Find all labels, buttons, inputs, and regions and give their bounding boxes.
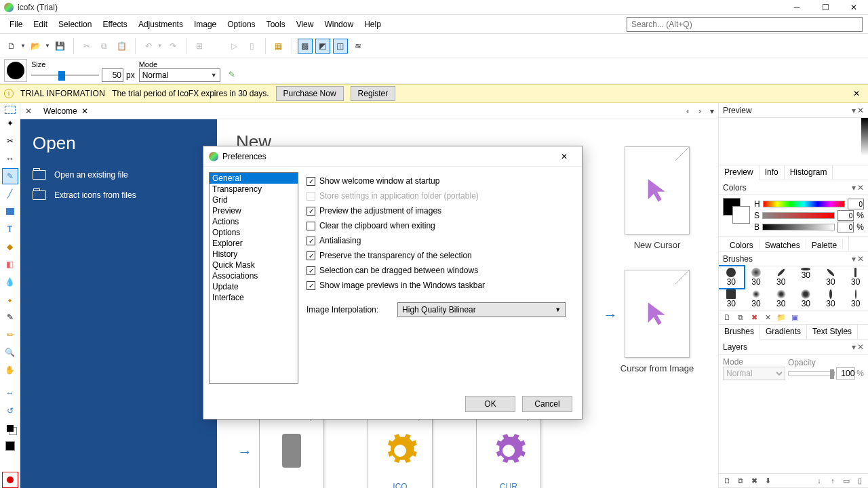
tool-record[interactable] <box>2 472 18 488</box>
tool-eraser[interactable]: ◧ <box>2 256 18 272</box>
colors-tab[interactable]: Colors <box>724 239 760 249</box>
tool-wand[interactable]: ✦ <box>2 115 18 131</box>
ok-button[interactable]: OK <box>465 396 515 412</box>
pref-cat-preview[interactable]: Preview <box>210 205 298 216</box>
pref-cat-history[interactable]: History <box>210 249 298 260</box>
layer-down-icon[interactable]: ↓ <box>814 475 825 486</box>
batch-button[interactable]: ▦ <box>271 39 286 54</box>
copy-button[interactable]: ⧉ <box>97 39 112 54</box>
new-cursor-card[interactable]: New Cursor <box>623 146 691 250</box>
tool-crop[interactable]: ✂ <box>2 133 18 149</box>
new-file-dropdown[interactable]: ▼ <box>20 43 26 49</box>
tool-sharpen[interactable]: ⬥ <box>2 291 18 308</box>
background-color[interactable] <box>732 206 750 224</box>
menu-selection[interactable]: Selection <box>53 17 97 32</box>
size-slider[interactable] <box>31 69 99 81</box>
tool-rectangle[interactable] <box>2 203 18 220</box>
brushes-tab[interactable]: Brushes <box>719 325 760 340</box>
layer-new-icon[interactable]: 🗋 <box>722 475 732 486</box>
interp-select[interactable]: High Quality Bilinear▼ <box>397 302 566 317</box>
preserve-transparency-checkbox[interactable]: ✓Preserve the transparency of the select… <box>307 248 575 263</box>
layer-dup-icon[interactable]: ⧉ <box>735 475 746 486</box>
layer-mode-select[interactable]: Normal <box>723 367 785 380</box>
menu-adjustments[interactable]: Adjustments <box>133 17 189 32</box>
brush-x-icon[interactable]: ✕ <box>762 312 773 323</box>
pref-cat-associations[interactable]: Associations <box>210 270 298 281</box>
cursor-type-button[interactable]: ▷ <box>227 39 242 54</box>
pref-cat-options[interactable]: Options <box>210 227 298 238</box>
tool-move[interactable]: ↔ <box>2 150 18 167</box>
tool-zoom[interactable]: 🔍 <box>2 344 18 361</box>
hue-input[interactable] <box>848 199 864 209</box>
pref-cat-grid[interactable]: Grid <box>210 195 298 205</box>
open-existing-link[interactable]: Open an existing file <box>33 165 205 185</box>
brush-preset[interactable]: 30 <box>768 288 793 310</box>
tool-line[interactable]: ╱ <box>2 186 18 202</box>
register-button[interactable]: Register <box>351 86 396 101</box>
tool-eyedropper[interactable]: ✎ <box>2 309 18 325</box>
bri-slider[interactable] <box>762 224 835 230</box>
tool-rotate[interactable]: ↺ <box>2 403 18 419</box>
close-button[interactable]: ✕ <box>840 0 868 15</box>
brush-preset[interactable]: 30 <box>818 266 844 288</box>
opacity-slider[interactable] <box>788 371 835 375</box>
menu-file[interactable]: File <box>4 17 28 32</box>
sat-input[interactable] <box>837 210 854 221</box>
cut-button[interactable]: ✂ <box>79 39 94 54</box>
tool-blur[interactable]: 💧 <box>2 274 18 290</box>
transparency-toggle[interactable]: ◩ <box>315 39 330 54</box>
apple-icon-button[interactable] <box>210 39 224 54</box>
open-file-dropdown[interactable]: ▼ <box>45 43 50 49</box>
histogram-tab[interactable]: Histogram <box>785 165 833 180</box>
brush-wand-icon[interactable]: ✎ <box>224 67 239 82</box>
menu-tools[interactable]: Tools <box>261 17 291 32</box>
brush-preset[interactable]: 30 <box>719 266 744 288</box>
preview-zoom-bar[interactable] <box>861 118 868 156</box>
cancel-button[interactable]: Cancel <box>522 396 572 412</box>
brush-preset[interactable]: 30 <box>744 288 769 310</box>
layer-up-icon[interactable]: ↑ <box>827 475 838 486</box>
tab-menu[interactable]: ▾ <box>706 106 718 116</box>
tab-welcome[interactable]: Welcome✕ <box>37 104 95 118</box>
preview-adjust-checkbox[interactable]: ✓Preview the adjustment of images <box>307 203 575 218</box>
selection-toggle[interactable]: ◫ <box>333 39 348 54</box>
layers-toggle[interactable]: ≋ <box>351 39 366 54</box>
tool-hand[interactable]: ✋ <box>2 362 18 378</box>
mode-select[interactable]: Normal▼ <box>139 68 220 82</box>
taskbar-previews-checkbox[interactable]: ✓Show image previews in the Windows task… <box>307 278 575 293</box>
menu-options[interactable]: Options <box>222 17 260 32</box>
opacity-input[interactable] <box>836 367 855 380</box>
device-type-button[interactable]: ▯ <box>245 39 260 54</box>
brush-preset[interactable]: 30 <box>744 266 769 288</box>
menu-view[interactable]: View <box>291 17 319 32</box>
preview-tab[interactable]: Preview <box>719 165 760 180</box>
tool-text[interactable]: T <box>2 221 18 237</box>
panel-close-left[interactable]: ✕ <box>20 106 37 116</box>
tool-colorswatch[interactable] <box>2 420 18 436</box>
menu-effects[interactable]: Effects <box>97 17 132 32</box>
undo-dropdown[interactable]: ▼ <box>157 43 163 49</box>
purchase-now-button[interactable]: Purchase Now <box>276 86 344 101</box>
info-tab[interactable]: Info <box>760 165 785 180</box>
menu-help[interactable]: Help <box>359 17 387 32</box>
brush-dup-icon[interactable]: ⧉ <box>735 312 746 323</box>
pref-cat-transparency[interactable]: Transparency <box>210 184 298 195</box>
pref-cat-update[interactable]: Update <box>210 281 298 292</box>
layer-del-icon[interactable]: ✖ <box>749 475 760 486</box>
layer-merge-icon[interactable]: ⬇ <box>762 475 773 486</box>
brush-preset[interactable]: 30 <box>793 266 818 288</box>
size-input[interactable] <box>102 68 123 82</box>
grid-toggle[interactable]: ▩ <box>298 39 313 54</box>
antialias-checkbox[interactable]: ✓Antialiasing <box>307 233 575 248</box>
brush-preset[interactable]: 30 <box>793 288 818 310</box>
drag-between-checkbox[interactable]: ✓Selection can be dragged between window… <box>307 263 575 278</box>
brush-save-icon[interactable]: ▣ <box>789 312 800 323</box>
palette-tab[interactable]: Palette <box>806 239 843 249</box>
tab-prev[interactable]: ‹ <box>682 106 694 116</box>
panel-close-icon[interactable]: ✕ <box>857 106 864 115</box>
cursor-from-image-card[interactable]: → Cursor from Image <box>623 270 691 373</box>
paste-button[interactable]: 📋 <box>115 39 130 54</box>
hue-slider[interactable] <box>763 201 845 207</box>
redo-button[interactable]: ↷ <box>165 39 180 54</box>
menu-edit[interactable]: Edit <box>28 17 53 32</box>
